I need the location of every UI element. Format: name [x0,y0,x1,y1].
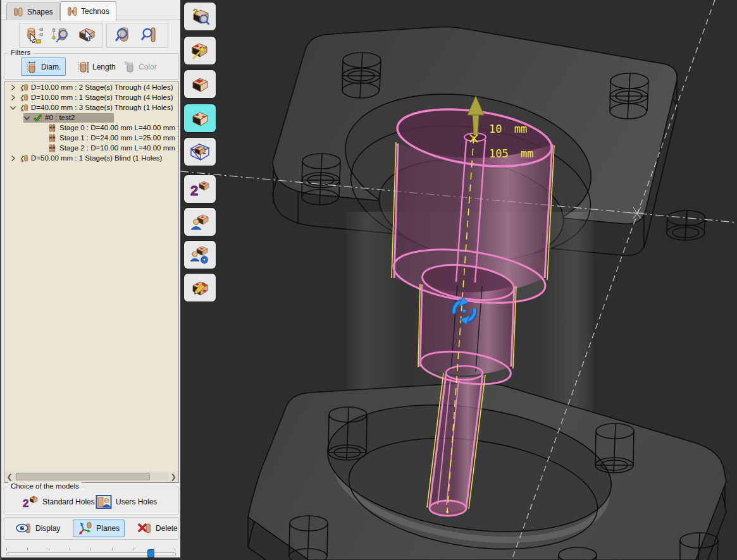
stage-icon [47,133,57,143]
scroll-right-arrow[interactable]: ❯ [168,472,178,482]
standard-holes-icon: 2 [189,178,211,200]
filter-color-button[interactable]: Color [118,58,162,76]
tree-row-label: D=50.00 mm : 1 Stage(s) Blind (1 Holes) [31,154,162,162]
delete-button[interactable]: Delete [132,520,183,537]
delete-x-icon [137,522,152,535]
chevron-right-icon[interactable] [9,84,16,91]
user-hole-icon [189,211,211,233]
viewport-3d[interactable]: 10 mm 105 mm ? [180,0,737,560]
bottom-plate[interactable] [248,383,726,560]
chevron-right-icon[interactable] [9,94,16,101]
tab-technos-label: Technos [81,7,109,16]
tree-row-stage2[interactable]: Stage 2 : D=10.00 mm L=40.00 mm : # [4,143,178,153]
zoom-hole-small-button[interactable] [135,25,161,46]
holes-panel: Shapes Technos [0,0,180,560]
chevron-right-icon[interactable] [9,155,16,162]
chevron-down-icon[interactable] [9,104,16,111]
stage-icon [47,143,57,153]
hole-group-icon [19,103,28,113]
panel-tabbar: Shapes Technos [1,0,180,20]
box-question-search-icon: ? [189,6,211,27]
planes-button[interactable]: Planes [73,520,125,537]
tab-technos[interactable]: Technos [60,1,116,21]
standard-holes-icon: 2 [22,494,39,509]
box-spots-icon [189,107,211,129]
tree-row-stage1[interactable]: Stage 1 : D=24.00 mm L=25.00 mm : # [4,133,178,143]
toolbar-group-select [19,23,102,48]
models-title: Choice of the models [8,482,82,490]
cylinder-cursor-icon [25,26,44,45]
tree-row-label: Stage 0 : D=40.00 mm L=40.00 mm : # [59,124,179,131]
standard-holes-tool-button[interactable]: 2 [184,175,216,203]
standard-holes-button[interactable]: 2 Standard Holes [20,493,97,511]
select-hole-button[interactable] [22,25,47,46]
tree-row-stage0[interactable]: Stage 0 : D=40.00 mm L=40.00 mm : # [4,123,178,133]
hole-group-icon [19,154,28,163]
axes-arrows-icon [78,521,93,535]
scrollbar-thumb[interactable] [16,473,150,480]
filter-length-button[interactable]: Length [72,58,121,76]
toolbar-group-zoom [106,23,168,48]
holes-tree: D=10.00 mm : 2 Stage(s) Through (4 Holes… [4,82,179,483]
tree-row-d50-blind[interactable]: D=50.00 mm : 1 Stage(s) Blind (1 Holes) [4,153,178,163]
user-settings-button[interactable] [184,241,216,269]
users-holes-icon [96,494,112,509]
hole-box-tool-selected-button[interactable] [184,104,216,132]
tree-row-label: D=10.00 mm : 2 Stage(s) Through (4 Holes… [31,83,173,91]
cad-hole-manager-window: Shapes Technos [0,0,737,560]
hole-group-icon [19,93,28,102]
tree-row-label: D=40.00 mm : 3 Stage(s) Through (1 Holes… [31,104,173,111]
tree-row-label: Stage 2 : D=10.00 mm L=40.00 mm : # [59,144,179,152]
tree-row-d10-1stage[interactable]: D=10.00 mm : 1 Stage(s) Through (4 Holes… [4,92,178,102]
filters-title: Filters [8,49,33,56]
box-pencil-icon [189,277,211,298]
filter-color-label: Color [139,63,157,71]
scroll-left-arrow[interactable]: ❮ [4,472,15,482]
scrollbar-track[interactable] [15,472,168,481]
dimension-label-depth: 105 mm [489,147,533,160]
display-button[interactable]: Display [11,520,65,537]
users-holes-button[interactable]: Users Holes [93,493,159,511]
planes-label: Planes [96,524,120,533]
analyze-holes-button[interactable]: ? [184,3,216,30]
chevron-down-icon[interactable] [23,114,30,121]
svg-text:2: 2 [23,497,28,509]
magnifier-thin-cylinder-icon [139,26,158,45]
actions-toolbar: Display Planes Delete [4,517,179,540]
zoom-hole-large-button[interactable] [109,25,134,46]
eye-icon [16,522,32,535]
models-groupbox: Choice of the models 2 Standard Holes Us… [4,487,179,514]
slider-thumb[interactable] [147,549,154,557]
cylinder-search-tree-icon [51,26,70,45]
hole-in-wireframe-button[interactable] [184,138,216,166]
tree-row-test2-selected[interactable]: #0 : test2 [4,113,178,123]
tree-row-label: Stage 1 : D=24.00 mm L=25.00 mm : # [59,134,179,142]
delete-label: Delete [156,524,178,533]
user-gear-icon [189,244,211,265]
panel-bottom-strip [1,557,182,560]
find-hole-button[interactable] [48,25,73,46]
scene-3d: 10 mm 105 mm [180,0,737,560]
box-wand-star-icon [189,40,211,61]
tab-shapes[interactable]: Shapes [6,3,60,20]
create-hole-button[interactable] [184,37,216,64]
box-red-face-icon [189,73,211,95]
magnifier-cylinder-icon [112,26,131,45]
tree-row-d10-2stage[interactable]: D=10.00 mm : 2 Stage(s) Through (4 Holes… [4,82,178,92]
select-shape-button[interactable] [75,25,100,46]
filters-groupbox: Filters Diam. Length Color [4,53,179,80]
tree-row-d40-3stage[interactable]: D=40.00 mm : 3 Stage(s) Through (1 Holes… [4,102,178,113]
users-holes-label: Users Holes [116,497,157,506]
cylinders-drop-icon [67,6,78,16]
dimension-label-offset: 10 mm [489,123,527,135]
filter-diameter-button[interactable]: Diam. [21,58,66,76]
simple-hole-button[interactable] [184,70,216,98]
stage-icon [47,123,57,133]
user-holes-tool-button[interactable] [184,208,216,236]
tree-row-label: D=10.00 mm : 1 Stage(s) Through (4 Holes… [31,94,173,101]
standard-holes-label: Standard Holes [42,497,95,506]
edit-hole-button[interactable] [184,274,216,301]
top-plate-corner-hole [667,210,705,240]
svg-text:?: ? [193,7,198,16]
hole-group-icon [19,83,28,92]
